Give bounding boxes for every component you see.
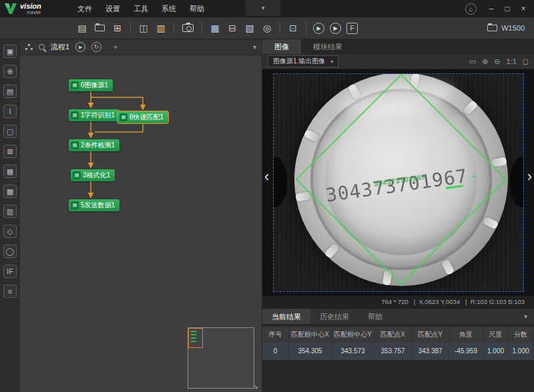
main-area: ▣ ⊕ ▤ I ▢ ⊠ ▦ ▩ ▥ ◇ ◯ IF ≡ 流程1 ▶ ↻ + ▾ <box>0 39 534 392</box>
flow-panel: 流程1 ▶ ↻ + ▾ ▤ 0图像源1 <box>20 39 262 392</box>
col-match-point-y: 匹配点Y <box>412 327 449 343</box>
image-source-value: 图像源1.输出图像 <box>273 57 325 66</box>
tab-help[interactable]: 帮助 <box>358 309 392 325</box>
image-source-selector[interactable]: 图像源1.输出图像 ▾ <box>268 55 338 67</box>
node-label: 0图像源1 <box>81 81 108 90</box>
next-image-icon[interactable]: › <box>527 169 532 184</box>
run-continuous-button[interactable]: ▶ <box>313 23 324 34</box>
node-label: 3格式化1 <box>83 171 110 180</box>
locate-tool-icon[interactable]: ⊕ <box>3 65 17 78</box>
flow-add-icon[interactable]: + <box>113 42 118 52</box>
flow-canvas[interactable]: ▤ 0图像源1 ▤ 1字符识别1 ▤ 6快速匹配1 ▤ 2条件检测1 ▤ 3格式… <box>20 56 262 392</box>
cell-match-point-y: 343.387 <box>412 343 449 360</box>
flow-tree-icon[interactable] <box>25 44 33 50</box>
flow-loop-icon[interactable]: ↻ <box>91 42 101 52</box>
image-source-node-icon: ▤ <box>71 81 79 89</box>
if-logic-tool-icon[interactable]: IF <box>3 265 17 278</box>
fit-view-icon[interactable]: ▭ <box>469 57 476 66</box>
minimize-button[interactable]: – <box>483 0 499 17</box>
result-table: 序号 匹配框中心X 匹配框中心Y 匹配点X 匹配点Y 角度 尺度 分数 0 35… <box>262 324 534 392</box>
f-mode-button[interactable]: F <box>346 23 358 34</box>
flow-node-send-data[interactable]: ▤ 5发送数据1 <box>69 199 119 211</box>
timer-tool-icon[interactable]: ◯ <box>3 245 17 258</box>
col-match-box-center-x: 匹配框中心X <box>289 327 332 343</box>
table-view-icon[interactable]: ▦ <box>208 21 222 35</box>
titlebar-chevron-icon[interactable]: ▾ <box>246 0 280 16</box>
mask-tool-icon[interactable]: ◇ <box>3 225 17 238</box>
save-all-icon[interactable]: ⊞ <box>110 21 125 35</box>
camera-icon[interactable] <box>182 24 194 32</box>
flow-collapse-icon[interactable]: ▾ <box>253 43 256 51</box>
prev-image-icon[interactable]: ‹ <box>264 169 269 184</box>
workspace-folder-icon <box>487 25 497 31</box>
menu-file[interactable]: 文件 <box>71 0 99 17</box>
flow-node-ocr[interactable]: ▤ 1字符识别1 <box>69 109 119 121</box>
zoom-out-icon[interactable]: ⊖ <box>494 57 500 66</box>
document-icon[interactable]: ◫ <box>136 21 151 35</box>
col-index: 序号 <box>262 327 289 343</box>
flow-run-icon[interactable]: ▶ <box>75 42 85 52</box>
flow-node-condition-check[interactable]: ▤ 2条件检测1 <box>69 139 119 151</box>
export-icon[interactable]: ▥ <box>154 21 168 35</box>
menu-bar: 文件 设置 工具 系统 帮助 <box>71 0 211 17</box>
toolbar-separator <box>202 22 202 34</box>
defect-tool-icon[interactable]: ⊠ <box>3 145 17 158</box>
region-tool-icon[interactable]: ▢ <box>3 125 17 138</box>
flow-node-image-source[interactable]: ▤ 0图像源1 <box>69 79 113 91</box>
menu-tools[interactable]: 工具 <box>127 0 155 17</box>
table-row[interactable]: 0 354.305 343.573 353.757 343.387 -45.95… <box>262 343 534 360</box>
toolbar-separator <box>174 22 174 34</box>
chevron-down-icon: ▾ <box>330 59 333 65</box>
logo-subtext: master <box>20 10 41 15</box>
tab-module-result[interactable]: 模块结果 <box>301 39 354 54</box>
resize-handle-icon[interactable]: ↘ <box>253 383 258 390</box>
workspace-indicator[interactable]: W1500 <box>487 24 525 32</box>
flow-node-fast-match[interactable]: ▤ 6快速匹配1 <box>117 111 168 123</box>
col-angle: 角度 <box>449 327 483 343</box>
cell-match-point-x: 353.757 <box>374 343 412 360</box>
run-once-button[interactable]: ▶ <box>330 23 341 34</box>
image-viewer[interactable]: 304373701967 304373701967 + ‹ › <box>262 69 534 296</box>
titlebar: vision master 文件 设置 工具 系统 帮助 ▾ ⌂ – □ × <box>0 0 534 17</box>
fixture-left <box>273 157 287 207</box>
monitor-icon[interactable]: ⊟ <box>225 21 240 35</box>
text-tool-icon[interactable]: I <box>3 105 17 118</box>
camera-tool-icon[interactable]: ▣ <box>3 45 17 58</box>
viewer-toolbar: 图像源1.输出图像 ▾ ▭ ⊕ ⊖ 1:1 ◻ <box>262 54 534 69</box>
list-tool-icon[interactable]: ≡ <box>3 285 17 298</box>
chart-tool-icon[interactable]: ▥ <box>3 205 17 218</box>
globe-icon[interactable]: ◎ <box>260 21 274 35</box>
close-button[interactable]: × <box>515 0 531 17</box>
menu-system[interactable]: 系统 <box>155 0 183 17</box>
condition-node-icon: ▤ <box>71 141 79 149</box>
flow-tab[interactable]: 流程1 <box>51 42 69 52</box>
actual-size-icon[interactable]: 1:1 <box>507 57 517 65</box>
workspace-name: W1500 <box>501 24 525 32</box>
menu-help[interactable]: 帮助 <box>183 0 211 17</box>
search-icon[interactable] <box>39 44 45 50</box>
image-tool-icon[interactable]: ▤ <box>3 85 17 98</box>
node-label: 5发送数据1 <box>81 201 115 210</box>
menu-settings[interactable]: 设置 <box>99 0 127 17</box>
save-icon[interactable]: ▤ <box>75 21 89 35</box>
flow-minimap[interactable] <box>188 327 254 389</box>
fixture-right <box>510 157 524 207</box>
home-icon[interactable]: ⌂ <box>465 3 477 15</box>
measure-tool-icon[interactable]: ▩ <box>3 185 17 198</box>
tag-icon[interactable]: ▧ <box>242 21 257 35</box>
tab-image[interactable]: 图像 <box>262 39 301 54</box>
col-match-point-x: 匹配点X <box>374 327 412 343</box>
run-config-icon[interactable]: ⊡ <box>286 21 300 35</box>
tab-history-result[interactable]: 历史结果 <box>310 309 358 325</box>
toolbar-separator <box>280 22 280 34</box>
toolbar-separator <box>130 22 131 34</box>
result-panel: 图像 模块结果 图像源1.输出图像 ▾ ▭ ⊕ ⊖ 1:1 ◻ <box>262 39 534 392</box>
zoom-in-icon[interactable]: ⊕ <box>482 57 488 66</box>
fullscreen-icon[interactable]: ◻ <box>523 57 529 66</box>
flow-node-format[interactable]: ▤ 3格式化1 <box>71 169 115 181</box>
table-tool-icon[interactable]: ▦ <box>3 165 17 178</box>
collapse-results-icon[interactable]: ▾ <box>524 313 527 320</box>
tab-current-result[interactable]: 当前结果 <box>262 309 310 325</box>
maximize-button[interactable]: □ <box>499 0 515 17</box>
open-folder-icon[interactable] <box>95 25 105 31</box>
